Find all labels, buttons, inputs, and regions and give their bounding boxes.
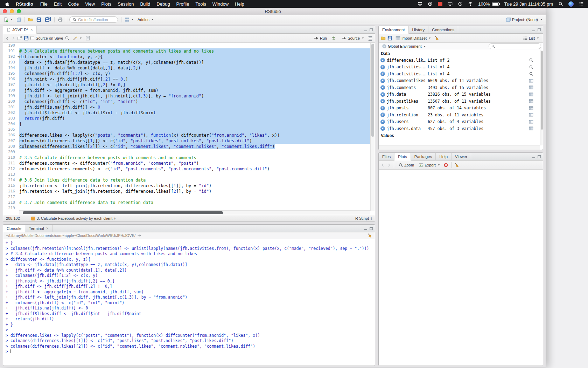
menu-item-rstudio[interactable]: RStudio: [13, 1, 36, 7]
screen-record-icon[interactable]: [428, 1, 433, 6]
environment-row[interactable]: ▸jfh.commentlikes6019 obs. of 11 variabl…: [379, 77, 540, 84]
inspect-object-icon[interactable]: [529, 71, 533, 76]
new-file-button[interactable]: [2, 16, 14, 23]
code-line-204[interactable]: 204}: [3, 121, 371, 127]
view-data-icon[interactable]: [529, 113, 533, 117]
editor-code[interactable]: 190191# 3.4 Calculate difference between…: [3, 43, 371, 211]
wifi-icon[interactable]: [468, 1, 473, 6]
menu-item-code[interactable]: Code: [65, 1, 82, 7]
tab-terminal[interactable]: Terminal×: [25, 225, 52, 232]
code-line-216[interactable]: 216jfh.retention <- left_join(jfh.retent…: [3, 189, 371, 194]
expand-object-icon[interactable]: ▸: [380, 99, 385, 103]
menu-item-build[interactable]: Build: [137, 1, 153, 7]
code-line-209[interactable]: 209: [3, 149, 371, 155]
tab-help[interactable]: Help: [436, 153, 451, 160]
code-line-190[interactable]: 190: [3, 43, 371, 48]
siri-icon[interactable]: [568, 1, 574, 7]
code-line-213[interactable]: 213: [3, 172, 371, 177]
vscroll-thumb[interactable]: [541, 51, 543, 130]
code-line-211[interactable]: 211differences.comments <- diffcounter("…: [3, 161, 371, 166]
environment-row[interactable]: ▸jfh.data23826 obs. of 15 variables: [379, 91, 540, 98]
code-line-205[interactable]: 205: [3, 127, 371, 132]
environment-row[interactable]: ▸jfh.comments3493 obs. of 15 variables: [379, 84, 540, 91]
inspect-object-icon[interactable]: [529, 58, 533, 62]
code-line-191[interactable]: 191# 3.4 Calculate difference between po…: [3, 48, 371, 54]
find-replace-icon[interactable]: [65, 36, 70, 41]
workspace-panes-button[interactable]: [123, 16, 135, 23]
menu-item-edit[interactable]: Edit: [51, 1, 65, 7]
dropbox-icon[interactable]: [418, 1, 422, 6]
code-tools-button[interactable]: [71, 35, 84, 41]
source-button[interactable]: Source: [340, 35, 366, 41]
code-line-217[interactable]: 217: [3, 194, 371, 200]
export-button[interactable]: Export: [417, 162, 442, 168]
zoom-window-button[interactable]: [17, 9, 21, 13]
environment-search-input[interactable]: [489, 43, 541, 49]
environment-row[interactable]: ▸jfh.users.data457 obs. of 3 variables: [379, 125, 540, 132]
code-line-218[interactable]: 218# 3.7 Join comments difference data t…: [3, 200, 371, 205]
tab-console[interactable]: Console: [3, 225, 25, 232]
open-in-new-window-icon[interactable]: [17, 36, 22, 41]
tab-environment[interactable]: Environment: [379, 26, 409, 34]
expand-object-icon[interactable]: ▸: [380, 106, 385, 110]
rerun-button[interactable]: [330, 35, 338, 41]
menubar-clock[interactable]: Tue 29 Jan 11:14:35 pm: [504, 1, 553, 7]
minimize-pane-icon[interactable]: [364, 227, 367, 230]
menu-item-window[interactable]: Window: [209, 1, 232, 7]
red-app-icon[interactable]: [438, 2, 442, 6]
code-line-210[interactable]: 210# 3.5 Calculate difference between po…: [3, 155, 371, 161]
expand-object-icon[interactable]: ▸: [380, 85, 385, 90]
minimize-window-button[interactable]: [10, 9, 14, 13]
view-data-icon[interactable]: [529, 120, 533, 124]
code-line-192[interactable]: 192▾diffcounter <- function(x, y, z){: [3, 54, 371, 60]
view-data-icon[interactable]: [529, 99, 533, 103]
hscroll-thumb[interactable]: [23, 211, 223, 214]
expand-object-icon[interactable]: ▸: [380, 92, 385, 97]
view-data-icon[interactable]: [529, 85, 533, 90]
environment-row[interactable]: ▸jfh.users627 obs. of 4 variables: [379, 118, 540, 125]
environment-row[interactable]: ▸jfh.posts807 obs. of 14 variables: [379, 105, 540, 112]
load-workspace-icon[interactable]: [381, 36, 386, 41]
console-output[interactable]: + }> colnames(jfh.retention)[4:ncol(jfh.…: [3, 239, 375, 366]
code-line-195[interactable]: 195 colnames(jfh.diff)[1:2] <- c(x, y): [3, 71, 371, 76]
new-project-button[interactable]: [15, 16, 23, 23]
maximize-pane-icon[interactable]: [538, 28, 541, 31]
tab-files[interactable]: Files: [379, 153, 394, 160]
expand-object-icon[interactable]: ▸: [380, 79, 385, 83]
remove-plot-icon[interactable]: [443, 163, 448, 168]
scope-selector[interactable]: 3. Calculate Facebook activity by each c…: [31, 216, 115, 220]
compile-report-icon[interactable]: [85, 36, 90, 41]
maximize-pane-icon[interactable]: [370, 28, 373, 31]
back-icon[interactable]: [5, 36, 9, 40]
global-environment-selector[interactable]: Global Environment: [380, 43, 428, 49]
window-titlebar[interactable]: RStudio: [0, 8, 546, 15]
working-directory[interactable]: ~/Library/Mobile Documents/com~apple~Clo…: [6, 233, 135, 238]
goto-directory-icon[interactable]: [137, 233, 141, 238]
addins-button[interactable]: Addins: [136, 17, 155, 22]
environment-vscrollbar[interactable]: [540, 50, 543, 145]
notification-center-icon[interactable]: [579, 1, 584, 6]
close-tab-icon[interactable]: ×: [30, 27, 33, 32]
minimize-pane-icon[interactable]: [532, 28, 535, 31]
clear-environment-icon[interactable]: [434, 36, 439, 41]
minimize-pane-icon[interactable]: [532, 155, 535, 158]
maximize-pane-icon[interactable]: [538, 155, 541, 158]
editor-hscrollbar[interactable]: [19, 210, 370, 215]
menu-item-help[interactable]: Help: [232, 1, 247, 7]
environment-row[interactable]: ▸jfh.postlikes13507 obs. of 11 variables: [379, 98, 540, 105]
code-line-194[interactable]: 194 jfh.diff <- data %>% count(data[,1],…: [3, 65, 371, 71]
environment-hscrollbar[interactable]: [379, 145, 540, 150]
file-type-selector[interactable]: R Script: [355, 216, 372, 220]
editor-vscrollbar[interactable]: [370, 43, 375, 211]
previous-plot-icon[interactable]: [381, 163, 385, 167]
import-dataset-button[interactable]: Import Dataset: [394, 35, 433, 41]
code-line-200[interactable]: 200 colnames(jfh.diff) <- c("id", "int",…: [3, 99, 371, 104]
expand-object-icon[interactable]: ▸: [380, 65, 385, 69]
expand-object-icon[interactable]: ▸: [380, 126, 385, 131]
tab-plots[interactable]: Plots: [394, 153, 411, 161]
menu-item-file[interactable]: File: [37, 1, 51, 7]
tab-history[interactable]: History: [409, 26, 429, 33]
tab-jove-r[interactable]: JOVE.R* ×: [3, 26, 37, 34]
tab-viewer[interactable]: Viewer: [451, 153, 471, 160]
environment-row[interactable]: ▸jfh.retention23 obs. of 11 variables: [379, 111, 540, 118]
